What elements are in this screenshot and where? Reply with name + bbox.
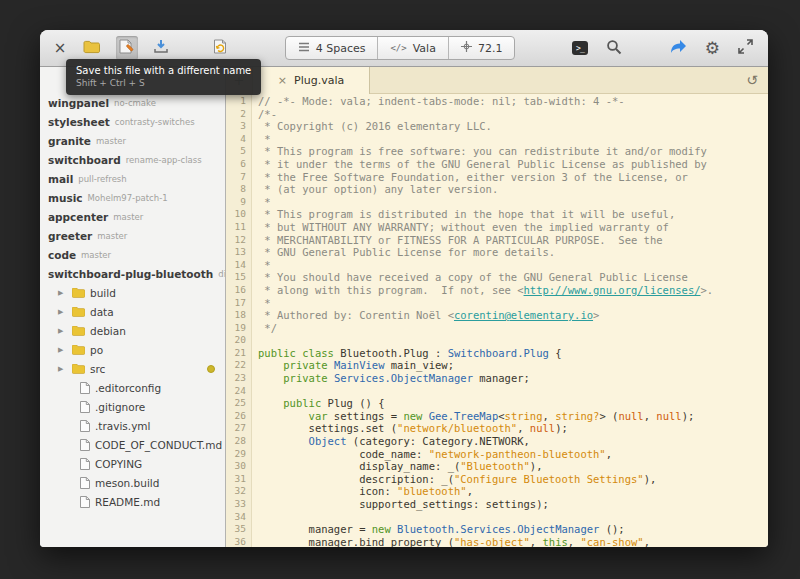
indent-width-label: 4 Spaces [316,42,366,55]
language-button[interactable]: </> Vala [378,37,448,59]
tree-file-CODE_OF_CONDUCT.md[interactable]: CODE_OF_CONDUCT.md [40,435,225,454]
folder-open-icon [83,40,101,57]
folder-icon [72,345,85,355]
document-icon [80,458,90,470]
document-icon [80,477,90,489]
goto-line-icon [461,41,472,55]
folder-icon [72,307,85,317]
share-arrow-icon [670,39,687,57]
file-name: .editorconfig [95,382,161,394]
code-line: manager.bind_property ("has-object", thi… [258,536,713,547]
code-line: * This program is free software: you can… [258,145,713,158]
goto-line-value: 72.1 [478,42,503,55]
project-name: stylesheet [48,116,110,128]
file-name: CODE_OF_CONDUCT.md [95,439,222,451]
tab-bar: + × Plug.vala ↺ [226,67,768,94]
tree-file-README.md[interactable]: README.md [40,492,225,511]
sidebar-project-switchboard[interactable]: switchboardrename-app-class [40,150,225,169]
history-icon[interactable]: ↺ [746,72,758,88]
sidebar-project-wingpanel[interactable]: wingpanelno-cmake [40,93,225,112]
goto-line-button[interactable]: 72.1 [449,37,515,59]
project-name: music [48,192,83,204]
disclosure-triangle-icon[interactable]: ▶ [58,289,67,297]
folder-name: src [90,363,105,375]
sidebar-project-mail[interactable]: mailpull-refresh [40,169,225,188]
code-line: // -*- Mode: vala; indent-tabs-mode: nil… [258,95,713,108]
tree-file-.gitignore[interactable]: .gitignore [40,397,225,416]
code-lines[interactable]: // -*- Mode: vala; indent-tabs-mode: nil… [252,94,713,547]
file-name: .travis.yml [95,420,151,432]
project-branch: pull-refresh [78,174,126,184]
code-line: * (at your option) any later version. [258,183,713,196]
sidebar-project-switchboard-plug-bluetooth[interactable]: switchboard-plug-bluetoothdi… [40,264,225,283]
project-branch: master [96,136,126,146]
folder-name: data [90,306,114,318]
project-branch: no-cmake [114,98,156,108]
code-line: * [258,133,713,146]
folder-name: po [90,344,103,356]
sidebar-project-greeter[interactable]: greetermaster [40,226,225,245]
code-line: * it under the terms of the GNU General … [258,158,713,171]
tab-close-icon[interactable]: × [278,74,287,87]
revert-button[interactable] [210,36,231,60]
sidebar-project-stylesheet[interactable]: stylesheetcontrasty-switches [40,112,225,131]
tree-folder-data[interactable]: ▶data [40,302,225,321]
tree-file-.editorconfig[interactable]: .editorconfig [40,378,225,397]
project-name: greeter [48,230,92,242]
tab-plug-vala[interactable]: × Plug.vala [252,67,370,94]
sidebar-project-granite[interactable]: granitemaster [40,131,225,150]
file-name: .gitignore [95,401,145,413]
settings-button[interactable]: ⚙ [702,37,723,60]
tree-folder-build[interactable]: ▶build [40,283,225,302]
code-line: * GNU General Public License for more de… [258,246,713,259]
disclosure-triangle-icon[interactable]: ▶ [58,365,67,373]
disclosure-triangle-icon[interactable]: ▶ [58,308,67,316]
code-line: * [258,259,713,272]
save-button[interactable] [150,36,172,60]
tooltip-title: Save this file with a different name [76,65,251,76]
indent-width-button[interactable]: 4 Spaces [286,37,379,59]
project-list: wingpanelno-cmakestylesheetcontrasty-swi… [40,93,225,283]
document-icon [80,439,90,451]
tree-file-COPYING[interactable]: COPYING [40,454,225,473]
file-name: README.md [95,496,160,508]
sidebar-project-appcenter[interactable]: appcentermaster [40,207,225,226]
window-close-button[interactable]: × [52,39,68,57]
line-numbers: 1234567891011121314151617181920212223242… [226,94,252,547]
code-app-window: × [40,30,768,547]
code-line: private Services.ObjectManager manager; [258,372,713,385]
project-branch: contrasty-switches [115,117,195,127]
code-line: manager = new Bluetooth.Services.ObjectM… [258,523,713,536]
project-name: wingpanel [48,97,109,109]
project-name: appcenter [48,211,108,223]
tree-file-.travis.yml[interactable]: .travis.yml [40,416,225,435]
code-line: * Copyright (c) 2016 elementary LLC. [258,120,713,133]
code-line [258,385,713,398]
search-button[interactable] [603,36,625,61]
share-button[interactable] [667,36,690,60]
document-icon [80,496,90,508]
file-name: meson.build [95,477,159,489]
tree-folder-debian[interactable]: ▶debian [40,321,225,340]
tree-folder-src[interactable]: ▶src [40,359,225,378]
open-file-button[interactable] [80,37,104,60]
gear-icon: ⚙ [705,40,720,57]
folder-icon [72,364,85,374]
code-line: * Authored by: Corentin Noël <corentin@e… [258,309,713,322]
terminal-button[interactable]: >_ [569,38,591,58]
fullscreen-button[interactable] [735,36,756,60]
disclosure-triangle-icon[interactable]: ▶ [58,327,67,335]
disclosure-triangle-icon[interactable]: ▶ [58,346,67,354]
revert-document-icon [213,39,228,57]
tree-folder-po[interactable]: ▶po [40,340,225,359]
project-sidebar: wingpanelno-cmakestylesheetcontrasty-swi… [40,67,226,547]
sidebar-project-music[interactable]: musicMohelm97-patch-1 [40,188,225,207]
code-line: description: _("Configure Bluetooth Sett… [258,473,713,486]
sidebar-project-code[interactable]: codemaster [40,245,225,264]
save-as-button[interactable] [116,36,138,60]
document-icon [80,382,90,394]
project-name: mail [48,173,73,185]
code-line: * You should have received a copy of the… [258,271,713,284]
tree-file-meson.build[interactable]: meson.build [40,473,225,492]
code-line: public class Bluetooth.Plug : Switchboar… [258,347,713,360]
